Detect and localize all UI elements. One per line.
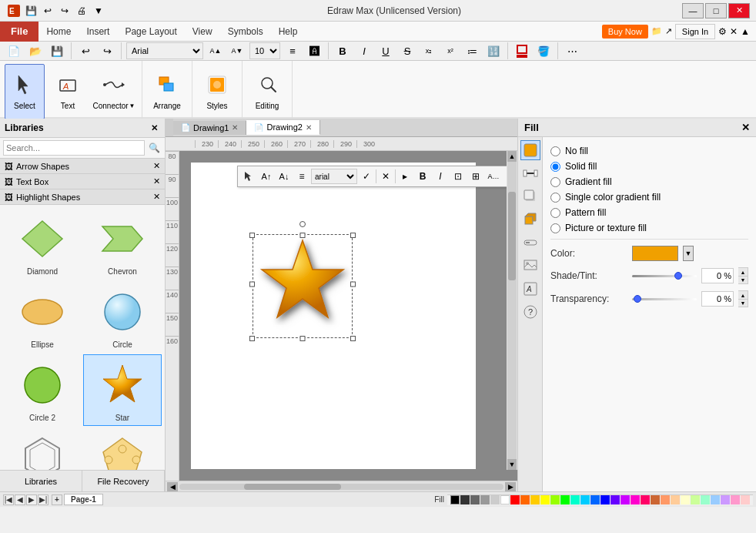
picture-texture-option[interactable]: Picture or texture fill	[550, 220, 748, 236]
text-tool-btn[interactable]: A Text	[48, 64, 88, 119]
share-icon[interactable]: ↗	[665, 26, 672, 36]
handle-bc[interactable]	[300, 336, 306, 341]
shadow-tool-btn[interactable]	[520, 186, 540, 206]
h-scroll-track[interactable]	[179, 484, 503, 490]
h-scrollbar[interactable]: ◀ ▶	[166, 481, 517, 491]
more-options-btn[interactable]: ⋯	[563, 42, 581, 60]
footer-libraries[interactable]: Libraries	[0, 471, 82, 491]
shade-up[interactable]: ▲	[738, 268, 748, 276]
maximize-btn[interactable]: □	[705, 3, 727, 18]
h-scroll-left[interactable]: ◀	[167, 482, 178, 491]
gradient-fill-radio[interactable]	[550, 177, 560, 187]
transparency-thumb[interactable]	[634, 295, 641, 303]
minimize-btn[interactable]: —	[682, 3, 704, 18]
shade-down[interactable]: ▼	[738, 276, 748, 283]
help-btn[interactable]: ?	[520, 302, 540, 322]
gradient-fill-option[interactable]: Gradient fill	[550, 174, 748, 189]
mini-font-up[interactable]: A↑	[258, 168, 275, 185]
color-cell-lavender[interactable]	[721, 495, 730, 505]
h-scroll-thumb[interactable]	[244, 484, 341, 490]
bold-btn[interactable]: B	[333, 42, 352, 60]
color-cell-medgray[interactable]	[480, 495, 490, 505]
handle-mr[interactable]	[350, 282, 356, 287]
close-btn[interactable]: ✕	[728, 3, 750, 18]
shade-input[interactable]	[701, 268, 734, 283]
color-cell-cream[interactable]	[681, 495, 690, 505]
page-1-tab[interactable]: Page-1	[64, 494, 103, 505]
v-scrollbar[interactable]: ▲ ▼	[507, 151, 517, 470]
line-color-btn[interactable]	[513, 42, 531, 60]
color-cell-violet[interactable]	[610, 495, 620, 505]
mini-italic[interactable]: I	[432, 168, 449, 185]
subscript-btn[interactable]: x₂	[420, 42, 438, 60]
quick-access-more[interactable]: ▼	[91, 3, 106, 18]
select-tool-btn[interactable]: Select	[5, 64, 45, 119]
mini-font-select[interactable]: arial	[311, 169, 357, 184]
settings-btn[interactable]: ⚙	[718, 26, 727, 37]
color-cell-pink[interactable]	[631, 495, 640, 505]
shape-pentagon[interactable]: Pentagon ...	[83, 427, 162, 470]
view-menu[interactable]: View	[185, 22, 220, 42]
mini-confirm[interactable]: ✓	[358, 168, 375, 185]
italic-btn[interactable]: I	[355, 42, 373, 60]
handle-bl[interactable]	[249, 336, 255, 341]
shape-chevron[interactable]: Chevron	[83, 208, 162, 280]
mini-cursor-btn[interactable]	[240, 168, 257, 185]
help-menu[interactable]: Help	[271, 22, 306, 42]
superscript-btn[interactable]: x²	[441, 42, 460, 60]
shape-ellipse[interactable]: Ellipse	[3, 281, 82, 353]
save-btn[interactable]: 💾	[23, 3, 38, 18]
shape-hexagon[interactable]: Hexagon	[3, 427, 82, 470]
v-scroll-down[interactable]: ▼	[507, 459, 517, 470]
line-tool-btn[interactable]	[520, 163, 540, 183]
fill-color-preview[interactable]	[632, 246, 678, 261]
color-cell-darkgray[interactable]	[460, 495, 470, 505]
handle-tr[interactable]	[350, 233, 356, 238]
color-cell-orange[interactable]	[520, 495, 530, 505]
picture-texture-radio[interactable]	[550, 223, 560, 233]
no-fill-radio[interactable]	[550, 146, 560, 156]
solid-fill-option[interactable]: Solid fill	[550, 159, 748, 174]
arrow-shapes-close[interactable]: ✕	[153, 161, 160, 171]
mini-bold[interactable]: B	[414, 168, 431, 185]
color-cell-black[interactable]	[450, 495, 460, 505]
fill-tool-btn[interactable]	[520, 140, 540, 160]
shade-slider[interactable]	[632, 275, 697, 277]
transparency-input[interactable]	[701, 291, 734, 307]
mini-text-opts[interactable]: A…	[485, 168, 502, 185]
star-selection-container[interactable]	[253, 230, 353, 338]
font-color-btn[interactable]: 🅰	[305, 42, 323, 60]
undo-btn[interactable]: ↩	[40, 3, 55, 18]
toolbar-redo-t[interactable]: ↪	[98, 42, 116, 60]
color-cell-yellow[interactable]	[540, 495, 550, 505]
color-cell-mint[interactable]	[701, 495, 710, 505]
color-cell-gray[interactable]	[470, 495, 480, 505]
search-btn[interactable]: 🔍	[146, 140, 162, 156]
color-cell-gold[interactable]	[530, 495, 540, 505]
insert-menu[interactable]: Insert	[79, 22, 117, 42]
mini-grid[interactable]: ⊞	[467, 168, 484, 185]
connector-tool-btn[interactable]: Connector ▼	[91, 64, 137, 119]
file-menu-btn[interactable]: File	[0, 22, 38, 42]
strikethrough-btn[interactable]: S	[398, 42, 416, 60]
underline-btn[interactable]: U	[376, 42, 395, 60]
text-box-header[interactable]: 🖼 Text Box ✕	[0, 174, 165, 189]
fill-panel-close[interactable]: ✕	[741, 122, 750, 133]
font-family-select[interactable]: Arial	[126, 42, 203, 59]
toolbar-save-t[interactable]: 💾	[48, 42, 66, 60]
collapse-btn[interactable]: ▲	[741, 26, 750, 37]
drawing1-tab[interactable]: 📄 Drawing1 ✕	[173, 121, 246, 135]
color-cell-green[interactable]	[560, 495, 570, 505]
drawing2-tab[interactable]: 📄 Drawing2 ✕	[246, 120, 319, 135]
color-cell-red[interactable]	[510, 495, 520, 505]
mini-align[interactable]: ≡	[293, 168, 310, 185]
last-page-btn[interactable]: ▶|	[38, 494, 49, 505]
sign-in-btn[interactable]: Sign In	[675, 24, 715, 39]
handle-ml[interactable]	[249, 282, 255, 287]
shape-circle[interactable]: Circle	[83, 281, 162, 353]
redo-btn[interactable]: ↪	[57, 3, 72, 18]
pattern-fill-option[interactable]: Pattern fill	[550, 205, 748, 220]
fill-color-dropdown-btn[interactable]: ▼	[683, 246, 694, 261]
list-btn[interactable]: ≔	[463, 42, 481, 60]
shape-star[interactable]: Star	[83, 354, 162, 426]
